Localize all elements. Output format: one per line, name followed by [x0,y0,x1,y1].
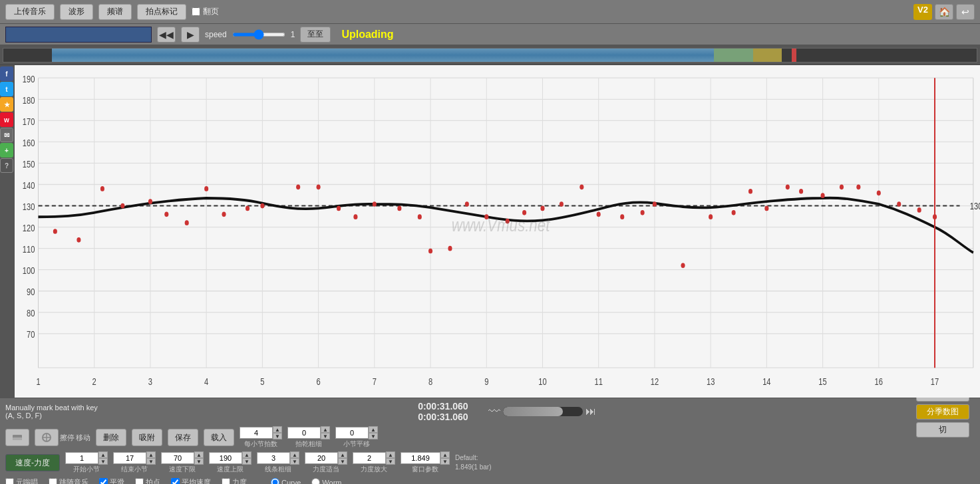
smooth-checkbox-label[interactable]: 平滑 [99,477,124,484]
svg-point-107 [897,201,901,207]
load-button[interactable]: 载入 [204,429,234,446]
beats-per-measure-up[interactable]: ▲ [273,426,282,433]
end-bar-down[interactable]: ▼ [146,458,156,465]
adsorb-button[interactable]: 吸附 [132,429,162,446]
tempo-high-up[interactable]: ▲ [242,451,251,458]
force-down[interactable]: ▼ [338,458,347,465]
tempo-high-input[interactable] [209,452,242,464]
flip-checkbox[interactable] [192,7,200,16]
background-music-checkbox-label[interactable]: 跳随音乐 [49,477,88,484]
curve-radio[interactable] [271,478,279,484]
background-music-checkbox[interactable] [49,478,57,484]
line-width-up[interactable]: ▲ [290,451,299,458]
speed-slider[interactable] [232,33,285,37]
svg-point-95 [653,201,657,207]
mail-icon[interactable]: ✉ [0,128,13,142]
svg-point-72 [204,186,208,191]
beat-point-checkbox-label[interactable]: 拍点 [135,477,160,484]
svg-text:190: 190 [23,73,35,84]
waveform-track[interactable] [3,48,977,62]
svg-text:17: 17 [931,376,939,387]
apply-button[interactable]: 至至 [300,27,331,43]
bar-shift-group: ▲ ▼ 小节平移 [335,426,378,449]
force-up[interactable]: ▲ [338,451,347,458]
beat-mark-button[interactable]: 拍点标记 [137,4,186,20]
smooth-checkbox[interactable] [99,478,108,484]
force-amp-up[interactable]: ▲ [386,451,395,458]
tempo-high-down[interactable]: ▼ [242,458,251,465]
start-bar-up[interactable]: ▲ [98,451,108,458]
tempo-low-up[interactable]: ▲ [194,451,204,458]
end-bar-up[interactable]: ▲ [146,451,156,458]
twitter-icon[interactable]: t [0,82,13,96]
svg-text:2: 2 [92,376,96,387]
curve-radio-label[interactable]: Curve [271,478,301,484]
avg-speed-checkbox[interactable] [171,478,180,484]
bar-shift-input[interactable] [335,427,369,439]
svg-point-76 [296,184,300,189]
waveform-button[interactable]: 波形 [60,4,93,20]
force-amp-down[interactable]: ▼ [386,458,395,465]
bar-shift-up[interactable]: ▲ [369,426,378,433]
force-checkbox[interactable] [222,478,230,484]
tempo-low-input[interactable] [161,452,194,464]
window-param-down[interactable]: ▼ [440,458,450,465]
bar-shift-down[interactable]: ▼ [369,433,378,439]
beat-density-down[interactable]: ▼ [321,433,330,439]
beat-point-checkbox[interactable] [135,478,144,484]
svg-point-71 [185,220,189,225]
worm-radio-label[interactable]: Worm [311,478,341,484]
facebook-icon[interactable]: f [0,66,13,81]
help-icon[interactable]: ? [0,158,13,173]
window-param-input[interactable] [401,452,440,464]
move-icon-btn[interactable] [35,429,59,446]
start-bar-input[interactable] [65,452,98,464]
svg-point-90 [560,201,564,207]
beat-density-input[interactable] [287,427,321,439]
upload-music-button[interactable]: 上传音乐 [5,4,55,20]
tempo-button[interactable]: 速度-力度 [5,454,60,471]
start-bar-down[interactable]: ▼ [98,458,108,465]
svg-text:5: 5 [260,376,264,387]
beats-per-measure-input[interactable] [240,427,273,439]
beat-density-up[interactable]: ▲ [321,426,330,433]
star-icon[interactable]: ★ [0,97,13,112]
svg-text:170: 170 [23,116,35,127]
progress-bar-mini[interactable] [503,407,583,416]
save-button[interactable]: 保存 [168,429,198,446]
force-input[interactable] [305,452,338,464]
weibo-icon[interactable]: w [0,112,13,127]
home-icon-btn[interactable]: 🏠 [935,4,953,20]
force-checkbox-label[interactable]: 力度 [222,477,247,484]
delete-button[interactable]: 删除 [96,429,126,446]
tempo-low-down[interactable]: ▼ [194,458,204,465]
spectrum-button[interactable]: 频谱 [98,4,132,20]
tempo-low-group: ▲ ▼ 速度下限 [161,451,204,474]
flip-checkbox-label[interactable]: 翻页 [192,6,219,17]
chart-area[interactable]: 190 180 170 160 150 140 130 120 110 100 … [15,65,980,398]
force-label-cb: 力度 [232,477,247,484]
force-amp-input[interactable] [353,452,386,464]
waveform-yellow-section [753,49,782,62]
end-bar-input[interactable] [113,452,146,464]
eraser-icon-btn[interactable] [5,429,29,446]
worm-radio[interactable] [311,478,320,484]
song-name-input[interactable]: 英雄17张昊辰 [5,27,152,43]
svg-point-103 [821,193,825,198]
settings-icon-btn[interactable]: ↩ [956,4,975,20]
window-param-up[interactable]: ▲ [440,451,450,458]
beats-per-measure-down[interactable]: ▼ [273,433,282,439]
svg-point-70 [164,212,168,217]
avg-speed-checkbox-label[interactable]: 平均速度 [171,477,211,484]
svg-text:150: 150 [23,159,35,170]
svg-text:www.Vmus.net: www.Vmus.net [452,214,550,235]
line-width-input[interactable] [257,452,290,464]
svg-point-104 [840,184,844,189]
no-sound-checkbox[interactable] [5,478,14,484]
line-width-down[interactable]: ▼ [290,458,299,465]
play-button[interactable]: ▶ [181,27,200,43]
plus-icon[interactable]: + [0,143,13,158]
prev-button[interactable]: ◀◀ [157,27,176,43]
no-sound-checkbox-label[interactable]: 元嗡唱 [5,477,38,484]
split-view-button[interactable]: 分季数图 [916,404,969,420]
